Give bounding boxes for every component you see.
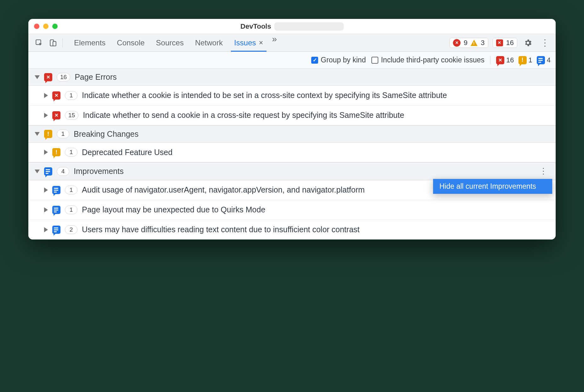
breaking-change-icon [44,130,52,138]
summary-errors[interactable]: 16 [496,56,514,64]
issue-count: 2 [65,225,77,234]
group-title: Improvements [74,167,123,176]
page-error-icon [44,73,52,81]
improvement-icon [44,167,52,176]
traffic-lights [34,24,58,29]
issue-count: 1 [65,148,77,157]
page-error-icon [496,56,504,64]
zoom-window-button[interactable] [52,24,58,29]
tab-network[interactable]: Network [189,34,228,51]
disclosure-triangle-icon [44,113,48,118]
main-menu-icon[interactable]: ⋮ [539,37,551,49]
issue-count: 15 [65,111,78,120]
window-title: DevTools [240,22,271,31]
devtools-tabbar: Elements Console Sources Network Issues … [28,34,556,52]
blocked-count: 16 [506,39,514,47]
context-menu: Hide all current Improvements [433,179,553,194]
issues-status-badge[interactable]: 16 [493,38,517,48]
issue-count: 1 [65,186,77,194]
error-count: 9 [464,39,467,47]
blocked-icon [496,39,503,46]
issue-title: Page layout may be unexpected due to Qui… [82,205,549,215]
include-third-party-checkbox[interactable]: Include third-party cookie issues [371,56,484,64]
issue-count: 1 [65,91,77,100]
disclosure-triangle-icon [44,187,48,193]
warning-icon [471,40,478,46]
breaking-change-icon [52,148,60,156]
hide-improvements-menu-item[interactable]: Hide all current Improvements [433,179,552,194]
group-header[interactable]: 1Breaking Changes [28,125,556,143]
panel-tabs: Elements Console Sources Network Issues … [68,34,280,51]
improvement-icon [52,186,60,194]
group-title: Page Errors [75,72,117,82]
issue-title: Deprecated Feature Used [82,147,549,158]
group-count: 1 [57,130,69,138]
disclosure-triangle-icon [35,75,40,79]
more-tabs-icon[interactable]: » [269,34,280,51]
disclosure-triangle-icon [44,150,48,155]
group-header[interactable]: 16Page Errors [28,69,556,86]
close-tab-icon[interactable]: ✕ [259,39,263,46]
issue-row[interactable]: 1Page layout may be unexpected due to Qu… [28,200,556,220]
tab-sources[interactable]: Sources [150,34,189,51]
group-title: Breaking Changes [74,130,139,139]
close-window-button[interactable] [34,24,39,29]
tab-console[interactable]: Console [111,34,150,51]
summary-breaking[interactable]: 1 [518,56,532,64]
group-menu-icon[interactable]: ⋮ [537,166,549,176]
devtools-window: DevTools Elements Console Sources N [28,19,556,239]
disclosure-triangle-icon [44,207,48,212]
checkbox-icon [311,57,318,64]
improvement-icon [52,206,60,214]
disclosure-triangle-icon [35,132,40,136]
issue-row[interactable]: 1Indicate whether a cookie is intended t… [28,86,556,106]
group-by-kind-checkbox[interactable]: Group by kind [311,56,366,64]
disclosure-triangle-icon [35,170,40,173]
summary-improvements[interactable]: 4 [537,56,551,64]
tab-elements[interactable]: Elements [68,34,111,51]
minimize-window-button[interactable] [43,24,49,29]
issue-row[interactable]: 1Deprecated Feature Used [28,143,556,163]
titlebar: DevTools [28,19,556,34]
group-count: 4 [57,167,69,176]
issue-row[interactable]: 2Users may have difficulties reading tex… [28,220,556,239]
issue-title: Users may have difficulties reading text… [82,224,549,235]
warning-count: 3 [481,39,484,47]
tab-issues[interactable]: Issues ✕ [228,34,269,51]
issues-toolbar: Group by kind Include third-party cookie… [28,52,556,69]
page-error-icon [52,111,60,119]
error-icon [453,39,461,47]
improvement-icon [537,56,545,64]
breaking-change-icon [518,56,527,64]
issues-panel: 16Page Errors1Indicate whether a cookie … [28,69,556,239]
svg-rect-2 [53,41,56,46]
issue-title: Indicate whether to send a cookie in a c… [83,110,549,121]
inspect-element-icon[interactable] [33,37,45,49]
group-header[interactable]: 4Improvements⋮Hide all current Improveme… [28,162,556,180]
issue-row[interactable]: 15Indicate whether to send a cookie in a… [28,106,556,125]
checkbox-icon [371,57,378,64]
separator [62,38,63,48]
console-status-badge[interactable]: 9 3 [449,38,488,48]
device-toolbar-icon[interactable] [47,37,59,49]
disclosure-triangle-icon [44,227,48,232]
page-error-icon [52,91,60,100]
window-subtitle-placeholder [274,22,344,31]
group-count: 16 [57,73,70,82]
issue-count: 1 [65,205,77,214]
disclosure-triangle-icon [44,93,48,98]
improvement-icon [52,226,60,234]
severity-summary: 16 1 4 [490,56,551,64]
issue-title: Indicate whether a cookie is intended to… [82,90,549,101]
settings-icon[interactable] [522,37,534,49]
